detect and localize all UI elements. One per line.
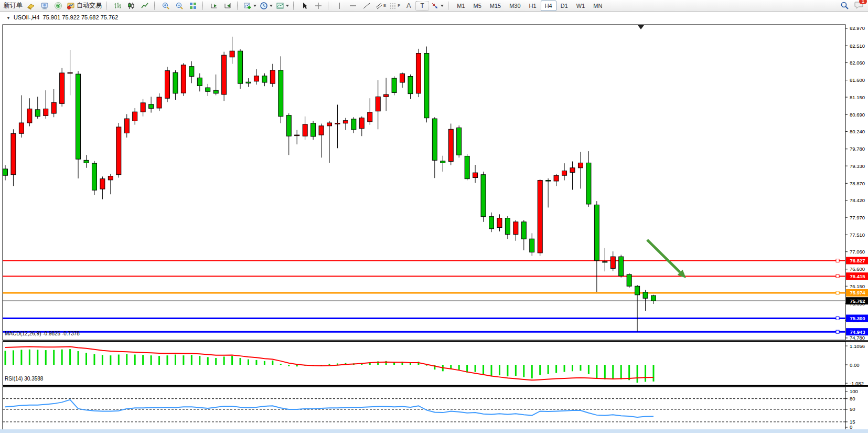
tf-button-M30[interactable]: M30 <box>505 1 524 11</box>
macd-bar <box>61 350 63 365</box>
macd-bar <box>13 350 14 365</box>
periods-button[interactable] <box>258 0 274 12</box>
candle <box>11 133 16 175</box>
label-tool-letter: T <box>421 2 424 9</box>
signal-icon[interactable] <box>51 0 65 12</box>
tile-windows-icon[interactable] <box>186 0 200 12</box>
line-handle[interactable] <box>836 274 839 278</box>
candle <box>3 169 8 175</box>
tf-button-H1[interactable]: H1 <box>525 1 541 11</box>
candle <box>295 135 299 136</box>
candle <box>181 65 186 93</box>
fibonacci-tool-icon[interactable]: F <box>388 0 402 12</box>
chart-canvas[interactable]: 82.97082.51082.06081.60081.15080.69080.2… <box>0 12 868 429</box>
macd-bar <box>175 355 176 365</box>
candle <box>157 97 162 108</box>
clock-icon <box>260 2 268 10</box>
chart-shift-icon[interactable] <box>221 0 234 12</box>
dropdown-caret <box>441 5 444 7</box>
auto-trading-button[interactable]: 自动交易 <box>65 0 103 12</box>
axis-label: 82.060 <box>850 60 865 66</box>
new-order-button[interactable]: 新订单 <box>2 0 24 12</box>
search-icon[interactable] <box>838 0 851 12</box>
line-handle[interactable] <box>836 330 839 333</box>
window-frame-bottom <box>0 429 868 433</box>
macd-bar <box>93 354 95 365</box>
zoom-in-icon[interactable] <box>159 0 173 12</box>
macd-bar <box>628 365 630 380</box>
macd-bar <box>280 364 282 365</box>
line-handle[interactable] <box>836 291 839 294</box>
gold-bar-icon[interactable] <box>24 0 38 12</box>
candle <box>173 72 178 93</box>
text-tool-icon[interactable]: A <box>402 0 415 12</box>
bar-chart-type-icon[interactable] <box>111 0 124 12</box>
macd-bar <box>523 365 524 377</box>
candle <box>351 119 356 130</box>
candle <box>254 76 259 81</box>
line-chart-type-icon[interactable] <box>138 0 152 12</box>
chat-button[interactable]: 1 <box>854 1 864 11</box>
candle <box>408 76 413 93</box>
tf-button-D1[interactable]: D1 <box>556 1 572 11</box>
macd-bar <box>78 351 79 365</box>
candle <box>124 119 129 133</box>
tf-button-M15[interactable]: M15 <box>486 1 505 11</box>
horizontal-line-tool-icon[interactable] <box>346 0 360 12</box>
tf-button-W1[interactable]: W1 <box>572 1 590 11</box>
candle <box>270 70 275 83</box>
channel-tool-icon[interactable]: E <box>373 0 388 12</box>
tf-button-H4[interactable]: H4 <box>541 1 556 11</box>
candle <box>570 168 575 173</box>
macd-bar <box>134 355 136 365</box>
candle <box>189 67 194 77</box>
candle <box>610 257 615 268</box>
templates-button[interactable] <box>274 0 291 12</box>
axis-label: 79.780 <box>850 146 865 152</box>
candle <box>68 72 72 73</box>
macd-bar <box>588 365 590 374</box>
candle <box>457 128 462 155</box>
auto-scroll-icon[interactable] <box>207 0 221 12</box>
tf-button-M5[interactable]: M5 <box>469 1 486 11</box>
axis-label: 50 <box>850 406 855 412</box>
cursor-icon[interactable] <box>298 0 312 12</box>
candle <box>643 292 648 299</box>
crosshair-icon[interactable] <box>312 0 325 12</box>
axis-label: 79.330 <box>850 163 865 169</box>
candle <box>133 112 137 121</box>
macd-bar <box>231 356 233 365</box>
tf-button-MN[interactable]: MN <box>589 1 606 11</box>
candle <box>19 123 24 133</box>
candle <box>197 78 202 86</box>
macd-bar <box>199 356 200 365</box>
candle <box>635 286 640 295</box>
auto-trading-label: 自动交易 <box>77 1 102 10</box>
macd-bar <box>167 355 168 365</box>
terminal-monitor-icon[interactable] <box>38 0 51 12</box>
line-handle[interactable] <box>836 316 839 320</box>
macd-bar <box>572 365 573 371</box>
dropdown-caret <box>286 5 289 7</box>
toolbar-separator <box>293 2 296 10</box>
macd-bar <box>604 365 606 379</box>
label-tool-icon[interactable]: T <box>415 1 429 10</box>
zoom-out-icon[interactable] <box>173 0 186 12</box>
arrows-tool-button[interactable] <box>429 0 445 12</box>
arrows-tool-icon <box>431 2 439 10</box>
tf-button-M1[interactable]: M1 <box>453 1 469 11</box>
candle <box>554 175 559 181</box>
add-indicator-button[interactable] <box>242 0 258 12</box>
vertical-line-tool-icon[interactable] <box>333 0 346 12</box>
axis-label: 82.510 <box>850 43 865 49</box>
chart-window[interactable]: 82.97082.51082.06081.60081.15080.69080.2… <box>0 12 868 429</box>
candle <box>141 103 145 112</box>
axis-label: 1.1056 <box>850 343 865 349</box>
macd-bar <box>653 365 655 382</box>
macd-bar <box>555 365 557 373</box>
macd-bar <box>69 349 71 365</box>
axis-label: 76.600 <box>850 266 865 272</box>
line-handle[interactable] <box>836 259 839 262</box>
candlestick-chart-type-icon[interactable] <box>124 0 138 12</box>
trendline-tool-icon[interactable] <box>360 0 373 12</box>
